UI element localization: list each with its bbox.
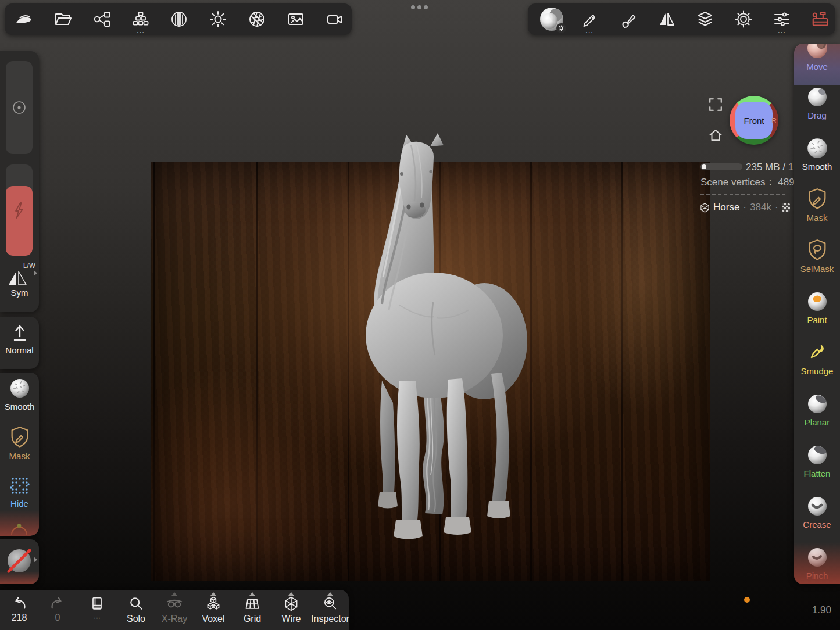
view-orientation-gizmo[interactable]: Front R <box>730 96 778 145</box>
tool-flatten[interactable]: Flatten <box>794 443 840 478</box>
voxel-button[interactable]: Voxel <box>195 590 232 630</box>
tool-drag[interactable]: Drag <box>794 85 840 120</box>
object-name: Horse <box>713 202 739 213</box>
gizmo-right-axis[interactable]: R <box>771 117 777 125</box>
viewport-canvas[interactable]: 235 MB / 1.4 Scene vertices： 489k Horse … <box>0 35 840 590</box>
materials-icon[interactable]: ··· <box>124 3 157 35</box>
tool-drag-label: Drag <box>794 110 840 120</box>
xray-expand-hint <box>171 592 177 596</box>
left-brush-panel: L/W Sym <box>0 51 39 312</box>
wire-button[interactable]: Wire <box>273 590 310 630</box>
planar-sphere-icon <box>806 392 829 416</box>
redo-button[interactable]: 0 <box>39 590 76 630</box>
tool-settings-badge-gear-icon[interactable] <box>556 23 566 33</box>
stroke-pencil-icon[interactable]: ··· <box>573 3 606 35</box>
voxel-cubes-icon <box>205 596 221 612</box>
lighting-icon[interactable] <box>202 3 234 35</box>
tool-selmask-label: SelMask <box>794 264 840 274</box>
undo-button[interactable]: 218 <box>1 590 38 630</box>
smudge-finger-icon <box>806 341 829 364</box>
tool-smudge-label: Smudge <box>794 366 840 376</box>
tool-smooth-label: Smooth <box>794 162 840 171</box>
inspector-button[interactable]: Inspector <box>312 590 349 630</box>
stats-separator <box>700 194 785 195</box>
environment-icon[interactable] <box>163 3 195 35</box>
tool-mask[interactable]: Mask <box>794 188 840 223</box>
inspector-expand-hint <box>327 592 333 596</box>
object-sep2: · <box>775 202 778 213</box>
symmetry-triangle-icon <box>7 269 28 287</box>
top-left-toolbar: ··· <box>5 3 352 35</box>
drag-handle-dots-icon[interactable] <box>411 5 428 9</box>
symmetry-button[interactable]: L/W Sym <box>0 262 39 303</box>
home-icon[interactable] <box>708 128 723 143</box>
tool-move[interactable]: Move <box>794 44 840 71</box>
panel-fade <box>794 542 840 584</box>
app-version: 1.90 <box>812 604 831 616</box>
horse-model <box>346 131 532 552</box>
material-checker-icon <box>782 203 790 212</box>
files-icon[interactable] <box>47 3 79 35</box>
wire-label: Wire <box>282 614 301 624</box>
symmetry-mode: L/W <box>23 262 35 269</box>
tool-paint[interactable]: Paint <box>794 290 840 325</box>
painting-icon[interactable] <box>612 3 645 35</box>
inspector-label: Inspector <box>311 614 349 624</box>
intensity-fill <box>6 186 33 256</box>
symmetry-expand-arrow[interactable] <box>34 270 37 276</box>
quick-tool-smooth[interactable]: Smooth <box>0 377 39 411</box>
quick-smooth-label: Smooth <box>0 402 39 411</box>
layers-icon[interactable] <box>689 3 721 35</box>
settings-gear-icon[interactable] <box>727 3 760 35</box>
quick-tool-mask[interactable]: Mask <box>0 426 39 461</box>
quick-tool-hide[interactable]: Hide <box>0 475 39 509</box>
wire-expand-hint <box>288 592 294 596</box>
quick-hide-label: Hide <box>0 499 39 509</box>
xray-label: X-Ray <box>162 614 187 624</box>
memory-progress-dot <box>702 164 706 169</box>
tool-crease[interactable]: Crease <box>794 495 840 529</box>
active-tool-sphere-icon[interactable] <box>534 3 570 35</box>
grid-button[interactable]: Grid <box>234 590 271 630</box>
tool-flatten-label: Flatten <box>794 468 840 478</box>
tool-selmask[interactable]: SelMask <box>794 239 840 274</box>
object-vertex-count: 384k <box>750 202 771 213</box>
wireframe-icon <box>283 596 299 612</box>
panel-fade <box>0 571 39 584</box>
panel-fade <box>0 510 39 536</box>
camera-icon[interactable] <box>319 3 351 35</box>
background-image-icon[interactable] <box>280 3 312 35</box>
scene-object-row[interactable]: Horse · 384k · <box>700 202 790 213</box>
tool-smudge[interactable]: Smudge <box>794 341 840 376</box>
falloff-panel <box>0 539 39 584</box>
toolbox-icon[interactable] <box>804 3 837 35</box>
scene-graph-icon[interactable] <box>85 3 118 35</box>
tool-sliders-icon[interactable]: ··· <box>766 3 798 35</box>
postprocess-icon[interactable] <box>241 3 273 35</box>
tool-mask-label: Mask <box>794 213 840 223</box>
history-more-dots: ··· <box>94 614 101 622</box>
nomad-logo-icon[interactable] <box>8 3 40 35</box>
paint-sphere-icon <box>806 290 829 313</box>
xray-button[interactable]: X-Ray <box>156 590 193 630</box>
solo-button[interactable]: Solo <box>117 590 155 630</box>
fullscreen-icon[interactable] <box>708 97 723 112</box>
brush-radius-icon <box>11 99 27 116</box>
grid-label: Grid <box>244 614 261 624</box>
tool-planar-label: Planar <box>794 417 840 427</box>
redo-icon <box>49 596 66 611</box>
tool-smooth[interactable]: Smooth <box>794 137 840 171</box>
brush-radius-slider[interactable] <box>6 61 33 154</box>
arrow-up-icon <box>11 323 28 343</box>
memory-usage: 235 MB / 1.4 <box>746 162 802 173</box>
gizmo-front-face[interactable]: Front <box>735 102 773 139</box>
stroke-normal-button[interactable]: Normal <box>0 323 39 355</box>
scene-vertices: Scene vertices： 489k <box>700 176 799 189</box>
tool-planar[interactable]: Planar <box>794 392 840 427</box>
falloff-expand-arrow[interactable] <box>34 557 37 563</box>
symmetry-icon[interactable] <box>650 3 683 35</box>
brush-intensity-slider[interactable] <box>6 164 33 256</box>
tool-paint-label: Paint <box>794 315 840 325</box>
redo-count: 0 <box>55 613 60 623</box>
history-button[interactable]: ··· <box>78 590 116 630</box>
